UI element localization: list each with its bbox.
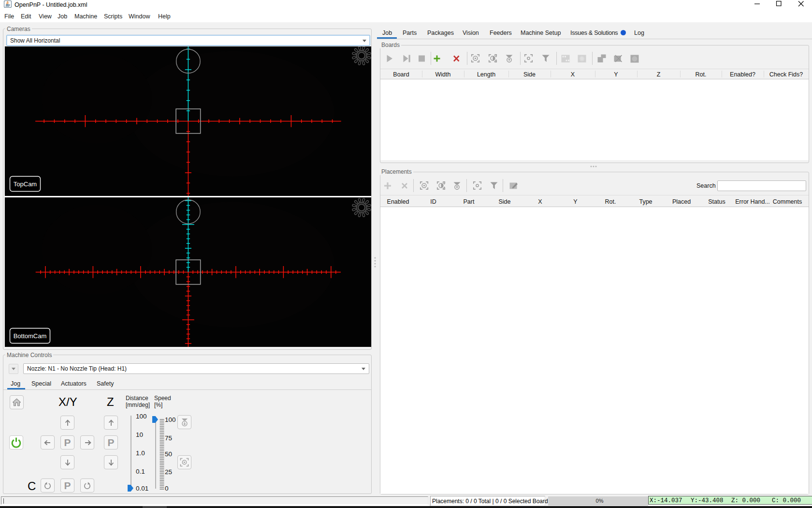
svg-text:TopCam: TopCam xyxy=(14,180,37,188)
svg-text:BottomCam: BottomCam xyxy=(14,332,47,340)
